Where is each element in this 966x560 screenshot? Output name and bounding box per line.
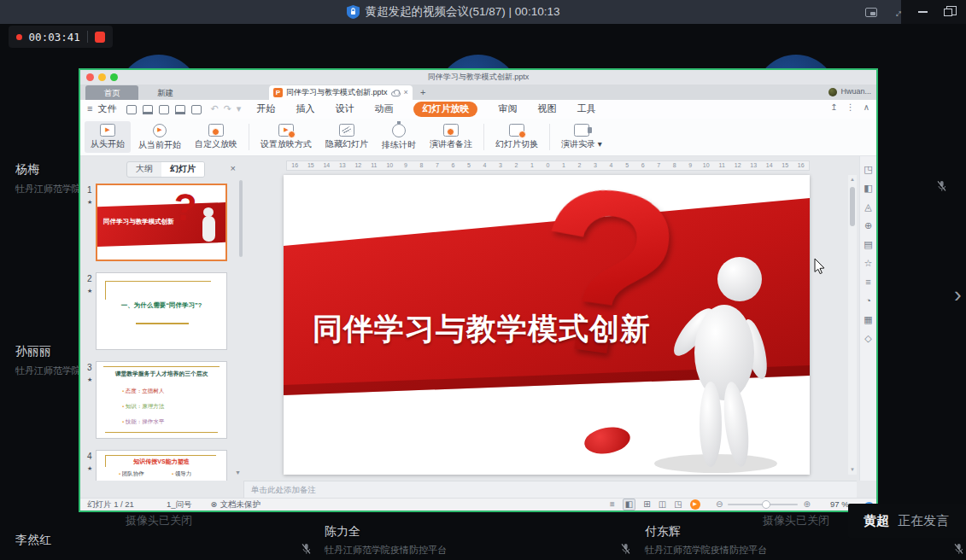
menu-tools[interactable]: 工具 (577, 103, 595, 115)
protect-icon: ⊗ (211, 499, 218, 510)
preview-icon[interactable] (191, 105, 202, 114)
animation-star-icon: ★ (87, 199, 92, 207)
figure-3d-character (649, 248, 790, 475)
ribbon-hide-slide[interactable]: 隐藏幻灯片 (319, 121, 374, 153)
ribbon-setup-show[interactable]: ▶设置放映方式 (255, 121, 318, 153)
slide-number: 4 (87, 452, 92, 463)
animation-star-icon: ★ (87, 288, 92, 295)
hamburger-icon[interactable]: ≡ (87, 103, 92, 115)
zoom-slider-thumb[interactable] (762, 500, 770, 509)
menu-file[interactable]: 文件 (97, 103, 116, 115)
new-tab-button[interactable]: + (420, 87, 425, 99)
ribbon-lecture-record[interactable]: 演讲实录 ▾ (555, 121, 608, 153)
history-tool-icon[interactable]: ◔ (865, 296, 871, 306)
slide-main-title: 同伴学习与教学模式创新 (313, 310, 705, 347)
wps-titlebar: 同伴学习与教学模式创新.pptx (80, 70, 876, 85)
menu-start[interactable]: 开始 (256, 103, 275, 115)
slide-thumbnail-1[interactable]: ? 同伴学习与教学模式创新 (96, 184, 227, 261)
menu-insert[interactable]: 插入 (296, 103, 314, 115)
slide-panel: 大纲 幻灯片 × 1 ★ ? 同伴学习与教学模式创新 2 ★ 一、为什么需要“同… (82, 156, 244, 481)
camera-off-label: 摄像头已关闭 (763, 513, 829, 528)
ribbon-from-beginning[interactable]: ▶从头开始 (85, 121, 131, 153)
notes-view-icon[interactable]: ≡ (610, 499, 615, 510)
editor-scrollbar[interactable]: ▲ ▼ (848, 175, 857, 475)
menu-design[interactable]: 设计 (335, 103, 354, 115)
folder-tool-icon[interactable]: ◇ (864, 334, 871, 343)
scroll-down-icon[interactable]: ▼ (848, 467, 857, 474)
sorter-view-icon[interactable]: ⊞ (643, 499, 650, 510)
recording-dot-icon (16, 34, 22, 40)
open-icon[interactable] (126, 105, 137, 114)
zoom-in-icon[interactable]: ⊕ (803, 499, 810, 510)
ribbon-custom-show[interactable]: 自定义放映 (189, 121, 243, 153)
normal-view-icon[interactable]: ◧ (623, 499, 635, 511)
output-icon[interactable] (159, 105, 169, 114)
menu-review[interactable]: 审阅 (498, 103, 517, 115)
thumb3-title: 课堂教学服务于人才培养的三个层次 (97, 370, 226, 377)
document-tab-label: 同伴学习与教学模式创新.pptx (286, 88, 388, 97)
stop-recording-button[interactable] (95, 32, 105, 43)
settings-tool-icon[interactable]: ≡ (865, 277, 870, 287)
menu-view[interactable]: 视图 (537, 103, 556, 115)
meeting-title: 黄超发起的视频会议(51/87) | 00:10:13 (366, 4, 560, 20)
collapse-ribbon-icon[interactable]: ∧ (864, 102, 869, 114)
notes-area[interactable]: 单击此处添加备注 (243, 481, 857, 498)
close-tab-icon[interactable]: × (404, 88, 408, 97)
slide-thumbnail-2[interactable]: 一、为什么需要“同伴学习”? (96, 272, 227, 350)
fullscreen-icon[interactable]: ↔ (884, 0, 910, 24)
document-tab[interactable]: P 同伴学习与教学模式创新.pptx × (269, 85, 413, 100)
download-tool-icon[interactable]: ⊕ (864, 221, 872, 230)
participant-name: 付东辉 (645, 524, 681, 540)
mic-muted-icon (301, 543, 312, 555)
ribbon-speaker-notes[interactable]: 演讲者备注 (424, 121, 478, 153)
ribbon-from-current[interactable]: ▶从当前开始 (132, 121, 187, 153)
save-icon[interactable] (143, 105, 153, 114)
panel-scrollbar[interactable] (239, 180, 243, 257)
panel-scroll-down-icon[interactable]: ▼ (235, 470, 241, 477)
panel-close-icon[interactable]: × (231, 163, 236, 175)
upload-icon[interactable]: ↥ (830, 102, 837, 114)
wps-statusbar: 幻灯片 1 / 21 1_问号 ⊗文档未保护 ≡ ◧ ⊞ ◫ ◳ ▶ ⊖ ⊕ 9… (80, 498, 876, 510)
more-vertical-icon[interactable]: ⋮ (846, 102, 855, 114)
tab-new[interactable]: 新建 (157, 85, 173, 100)
seal-tool-icon[interactable]: ◬ (864, 202, 871, 212)
ribbon-rehearse-timing[interactable]: 排练计时 (376, 121, 422, 153)
slide-thumbnail-3[interactable]: 课堂教学服务于人才培养的三个层次 态度：立德树人 知识：原理方法 技能：操作水平 (96, 361, 227, 439)
package-view-icon[interactable]: ◳ (674, 499, 682, 510)
participant-name: 孙丽丽 (15, 344, 51, 359)
zoom-out-icon[interactable]: ⊖ (716, 499, 723, 510)
more-dropdown-icon[interactable]: ▾ (237, 103, 242, 115)
tab-outline[interactable]: 大纲 (127, 162, 161, 177)
ribbon-slide-transition[interactable]: 幻灯片切换 (489, 121, 544, 153)
pip-icon[interactable] (858, 0, 884, 24)
account-chip[interactable]: Hwuan... (828, 87, 871, 96)
minimize-button[interactable] (910, 0, 935, 24)
participant-org: 牡丹江师范学院疫情防控平台 (645, 544, 767, 557)
image-tool-icon[interactable]: ▦ (864, 315, 872, 324)
slide-canvas[interactable]: ? 同伴学习与教学模式创新 (284, 175, 810, 475)
undo-icon[interactable]: ↶ (210, 103, 218, 115)
menu-slideshow-active[interactable]: 幻灯片放映 (413, 102, 477, 117)
notes-placeholder: 单击此处添加备注 (251, 485, 316, 495)
mouse-cursor (814, 259, 826, 275)
reading-view-icon[interactable]: ◫ (659, 499, 666, 510)
scrollbar-thumb[interactable] (850, 187, 855, 226)
tab-home[interactable]: 首页 (85, 85, 138, 100)
restore-button[interactable] (935, 0, 961, 24)
menu-animation[interactable]: 动画 (374, 103, 393, 115)
shapes-tool-icon[interactable]: ◳ (864, 165, 872, 174)
next-page-chevron-icon[interactable]: › (954, 283, 962, 306)
redo-icon[interactable]: ↷ (224, 103, 231, 115)
slide-thumbnail-4[interactable]: 知识传授VS能力塑造 团队协作 领导力 学习能力 知识共享 (96, 450, 227, 481)
tab-slides[interactable]: 幻灯片 (161, 162, 204, 177)
zoom-slider[interactable] (728, 504, 798, 505)
print-icon[interactable] (175, 105, 185, 114)
mic-muted-icon (953, 543, 964, 555)
scroll-up-icon[interactable]: ▲ (848, 177, 857, 184)
slideshow-play-button[interactable]: ▶ (690, 499, 700, 510)
card-tool-icon[interactable]: ▤ (864, 240, 872, 249)
effects-tool-icon[interactable]: ☆ (864, 259, 873, 268)
wps-menubar: ≡ 文件 ↶ ↷ ▾ 开始 插入 设计 动画 幻灯片放映 审阅 视图 (80, 100, 876, 119)
status-section: 1_问号 (167, 499, 192, 510)
object-tool-icon[interactable]: ◧ (864, 184, 872, 193)
